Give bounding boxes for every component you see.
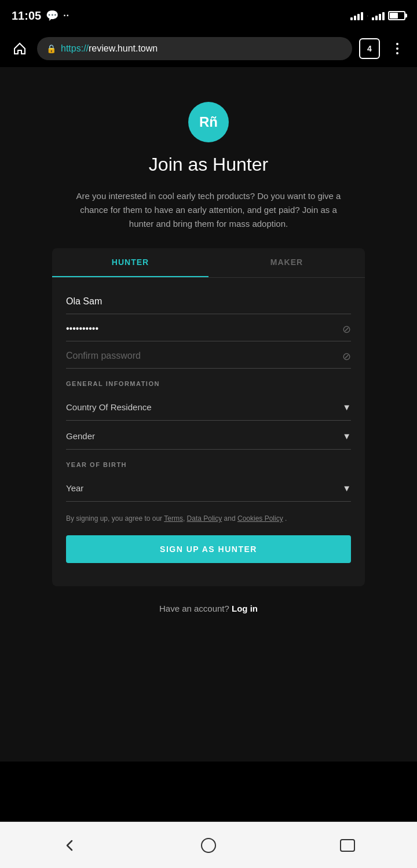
browser-bar: 🔒 https://https://review.hunt.townreview… xyxy=(0,30,417,67)
home-nav-button[interactable] xyxy=(196,833,221,858)
page-description: Are you interested in cool early tech pr… xyxy=(70,189,348,231)
confirm-password-input[interactable] xyxy=(66,344,351,369)
year-of-birth-label: YEAR OF BIRTH xyxy=(66,461,351,468)
terms-text: By signing up, you agree to our Terms, D… xyxy=(66,513,351,524)
main-content: Rñ Join as Hunter Are you interested in … xyxy=(0,67,417,762)
signup-button[interactable]: SIGN UP AS HUNTER xyxy=(66,535,351,563)
recent-apps-button[interactable] xyxy=(335,833,360,858)
signal-bars-2 xyxy=(372,11,385,20)
tab-hunter[interactable]: HUNTER xyxy=(52,248,209,277)
gender-chevron-icon: ▼ xyxy=(342,431,351,441)
password-group: ⊘ xyxy=(66,317,351,341)
tab-count[interactable]: 4 xyxy=(359,38,380,59)
login-link[interactable]: Log in xyxy=(232,604,258,613)
form-card: HUNTER MAKER ⊘ ⊘ GENERAL INFORMA xyxy=(52,248,365,586)
fullname-group xyxy=(66,289,351,314)
login-prompt: Have an account? Log in xyxy=(159,604,258,613)
fullname-input[interactable] xyxy=(66,289,351,314)
logo-avatar: Rñ xyxy=(188,102,229,142)
lock-icon: 🔒 xyxy=(46,44,56,53)
terms-link[interactable]: Terms xyxy=(164,514,183,523)
status-icons: · xyxy=(350,11,405,20)
dots-indicator: ·· xyxy=(63,10,70,21)
status-time: 11:05 💬 ·· xyxy=(12,9,70,23)
year-chevron-icon: ▼ xyxy=(342,483,351,493)
whatsapp-icon: 💬 xyxy=(46,9,58,22)
confirm-password-eye-icon[interactable]: ⊘ xyxy=(342,350,351,363)
tab-maker[interactable]: MAKER xyxy=(209,248,365,277)
password-input[interactable] xyxy=(66,317,351,341)
status-bar: 11:05 💬 ·· · xyxy=(0,0,417,30)
country-select[interactable]: Country Of Residence ▼ xyxy=(66,394,351,421)
dot-separator: · xyxy=(367,13,368,19)
home-button[interactable] xyxy=(9,38,30,59)
url-bar[interactable]: 🔒 https://https://review.hunt.townreview… xyxy=(37,37,352,60)
data-policy-link[interactable]: Data Policy xyxy=(187,514,222,523)
bottom-nav xyxy=(0,822,417,868)
country-chevron-icon: ▼ xyxy=(342,402,351,412)
general-info-label: GENERAL INFORMATION xyxy=(66,380,351,387)
battery-icon xyxy=(388,11,405,20)
form-tabs: HUNTER MAKER xyxy=(52,248,365,278)
form-body: ⊘ ⊘ GENERAL INFORMATION Country Of Resid… xyxy=(52,278,365,575)
back-nav-button[interactable] xyxy=(57,833,82,858)
gender-select[interactable]: Gender ▼ xyxy=(66,423,351,450)
signal-bars xyxy=(350,11,363,20)
cookies-policy-link[interactable]: Cookies Policy xyxy=(237,514,283,523)
confirm-password-group: ⊘ xyxy=(66,344,351,369)
year-select[interactable]: Year ▼ xyxy=(66,475,351,502)
password-eye-icon[interactable]: ⊘ xyxy=(342,323,351,336)
menu-dots-button[interactable] xyxy=(387,38,408,59)
url-text: https://https://review.hunt.townreview.h… xyxy=(61,43,158,54)
page-title: Join as Hunter xyxy=(149,154,268,175)
